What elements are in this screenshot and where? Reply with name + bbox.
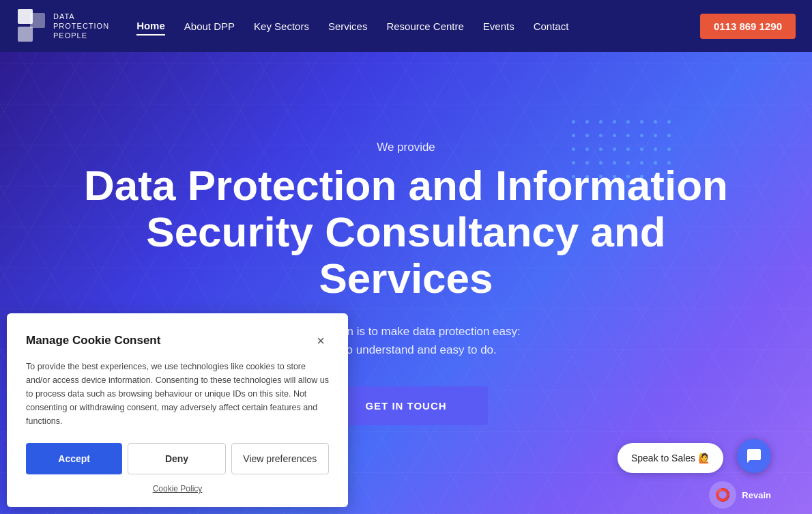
- nav-about[interactable]: About DPP: [184, 18, 235, 35]
- cookie-close-button[interactable]: ×: [313, 332, 329, 349]
- speak-to-sales-label: Speak to Sales 🙋: [631, 453, 710, 463]
- cookie-title: Manage Cookie Consent: [26, 334, 160, 347]
- nav-links: Home About DPP Key Sectors Services Reso…: [136, 17, 700, 35]
- phone-button[interactable]: 0113 869 1290: [700, 14, 796, 39]
- chat-icon: [746, 448, 762, 464]
- hero-subtitle: We provide: [377, 141, 435, 154]
- nav-home[interactable]: Home: [136, 17, 165, 35]
- revain-icon: ⭕: [709, 481, 736, 509]
- cookie-modal: Manage Cookie Consent × To provide the b…: [7, 313, 348, 507]
- logo-text: Data Protection People: [53, 12, 109, 41]
- nav-services[interactable]: Services: [328, 18, 368, 35]
- navbar: Data Protection People Home About DPP Ke…: [0, 0, 812, 52]
- nav-events[interactable]: Events: [483, 18, 514, 35]
- nav-contact[interactable]: Contact: [534, 18, 569, 35]
- cookie-body-text: To provide the best experiences, we use …: [26, 360, 329, 428]
- cookie-buttons: Accept Deny View preferences: [26, 443, 329, 474]
- svg-rect-2: [30, 13, 45, 28]
- revain-widget: ⭕ Revain: [709, 481, 771, 509]
- cookie-header: Manage Cookie Consent ×: [26, 332, 329, 349]
- logo-icon: [16, 8, 46, 44]
- nav-resource-centre[interactable]: Resource Centre: [386, 18, 463, 35]
- cookie-deny-button[interactable]: Deny: [128, 443, 225, 474]
- cookie-policy-link[interactable]: Cookie Policy: [26, 484, 329, 494]
- logo[interactable]: Data Protection People: [16, 8, 109, 44]
- hero-title: Data Protection and Information Security…: [65, 162, 747, 302]
- get-in-touch-button[interactable]: GET IN TOUCH: [324, 386, 487, 425]
- cookie-preferences-button[interactable]: View preferences: [231, 443, 329, 474]
- cookie-accept-button[interactable]: Accept: [26, 443, 122, 474]
- revain-label: Revain: [742, 490, 771, 500]
- chat-bubble-button[interactable]: [737, 439, 771, 473]
- svg-rect-1: [18, 27, 33, 42]
- nav-key-sectors[interactable]: Key Sectors: [254, 18, 309, 35]
- speak-to-sales-widget[interactable]: Speak to Sales 🙋: [618, 443, 723, 473]
